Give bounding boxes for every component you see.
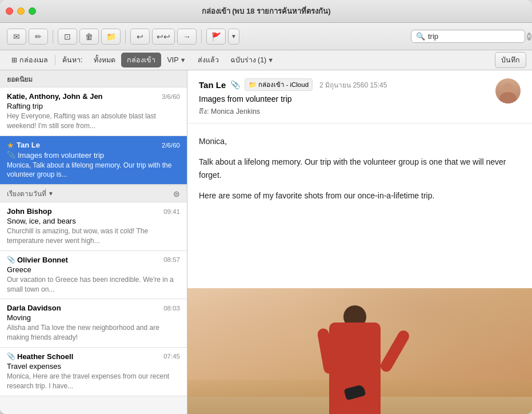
filter-icon[interactable]: ⊜ bbox=[173, 189, 180, 198]
trash-icon: 🗑 bbox=[85, 32, 93, 41]
sort-label[interactable]: เรียงตามวันที่ ▼ bbox=[7, 188, 54, 199]
nav-filter-sent[interactable]: ส่งแล้ว bbox=[192, 53, 225, 67]
sort-chevron-icon: ▼ bbox=[48, 190, 54, 197]
email-viewer: Tan Le 📎 📁 กล่องเข้า - iCloud 2 มิถุนายน… bbox=[187, 70, 532, 414]
reply-icon: ↩ bbox=[137, 32, 143, 41]
email-subject-6: Travel expenses bbox=[7, 362, 180, 371]
flag-button[interactable]: 🚩 bbox=[206, 29, 226, 45]
section-header-popular: ยอดนิยม bbox=[0, 70, 187, 87]
email-body: Monica, Talk about a lifelong memory. Ou… bbox=[187, 124, 532, 288]
window-title: กล่องเข้า (พบ 18 รายการค้นหาที่ตรงกัน) bbox=[202, 5, 331, 17]
grid-icon: ⊞ bbox=[11, 56, 17, 64]
minimize-button[interactable] bbox=[17, 7, 25, 15]
nav-search-label: ค้นหา: bbox=[57, 53, 88, 67]
toolbar: ✉ ✏ ⊡ 🗑 📁 ↩ ↩↩ → 🚩 ▼ bbox=[0, 23, 532, 50]
email-subject-5: Moving bbox=[7, 313, 180, 322]
nav-separator-1 bbox=[55, 55, 55, 65]
flag-icon: 🚩 bbox=[211, 32, 221, 41]
email-date-5: 08:03 bbox=[163, 305, 180, 312]
nav-filter-vip[interactable]: VIP ▼ bbox=[161, 54, 191, 66]
detail-subject: Images from volunteer trip bbox=[199, 94, 490, 104]
email-greeting: Monica, bbox=[199, 135, 521, 148]
email-item-3[interactable]: John Bishop 09:41 Snow, ice, and bears C… bbox=[0, 202, 187, 251]
chevron-down-icon: ▼ bbox=[231, 33, 237, 39]
search-input[interactable] bbox=[428, 32, 524, 41]
nav-mailbox-button[interactable]: ⊞ กล่องเมล bbox=[6, 53, 54, 67]
move-button[interactable]: 📁 bbox=[101, 29, 121, 45]
reply-button[interactable]: ↩ bbox=[130, 29, 150, 45]
image-person bbox=[329, 323, 381, 414]
compose-button[interactable]: ✉ bbox=[7, 29, 26, 45]
attachment-icon-6: 📎 bbox=[7, 352, 15, 360]
email-preview-6: Monica, Here are the travel expenses fro… bbox=[7, 372, 180, 391]
email-subject-1: Rafting trip bbox=[7, 102, 180, 110]
sender-info: Tan Le 📎 📁 กล่องเข้า - iCloud 2 มิถุนายน… bbox=[199, 78, 490, 117]
email-item-6[interactable]: 📎 Heather Schoell 07:45 Travel expenses … bbox=[0, 348, 187, 396]
email-item-5[interactable]: Darla Davidson 08:03 Moving Alisha and T… bbox=[0, 299, 187, 348]
email-date-2: 2/6/60 bbox=[162, 142, 180, 149]
search-clear-button[interactable]: ✕ bbox=[527, 33, 531, 41]
flag-dropdown-button[interactable]: ▼ bbox=[228, 29, 239, 45]
email-header-top: Tan Le 📎 📁 กล่องเข้า - iCloud 2 มิถุนายน… bbox=[199, 78, 521, 117]
toolbar-separator-3 bbox=[201, 30, 202, 43]
reply-all-icon: ↩↩ bbox=[157, 32, 170, 41]
email-preview-1: Hey Everyone, Rafting was an absolute bl… bbox=[7, 112, 180, 131]
detail-attachment-icon: 📎 bbox=[230, 80, 240, 89]
email-detail-header: Tan Le 📎 📁 กล่องเข้า - iCloud 2 มิถุนายน… bbox=[187, 70, 532, 124]
search-box[interactable]: 🔍 ✕ bbox=[411, 30, 525, 43]
nav-filter-drafts[interactable]: ฉบับร่าง (1) ▼ bbox=[225, 53, 280, 67]
email-date-1: 3/6/60 bbox=[162, 93, 180, 100]
archive-button[interactable]: ⊡ bbox=[58, 29, 77, 45]
email-header-1: Katie, Anthony, John & Jen 3/6/60 bbox=[7, 92, 180, 101]
search-icon: 🔍 bbox=[416, 32, 425, 41]
email-preview-2: Monica, Talk about a lifelong memory. Ou… bbox=[7, 161, 180, 180]
save-button[interactable]: บันทึก bbox=[495, 52, 526, 68]
email-preview-3: Churchill is amazing, but wow, was it co… bbox=[7, 226, 180, 246]
edit-icon: ✏ bbox=[35, 32, 42, 41]
avatar bbox=[495, 78, 521, 104]
email-inline-image bbox=[187, 288, 532, 414]
email-date-4: 08:57 bbox=[163, 256, 180, 263]
email-sender-1: Katie, Anthony, John & Jen bbox=[7, 92, 103, 101]
drafts-chevron-icon: ▼ bbox=[267, 57, 274, 63]
email-item-1[interactable]: Katie, Anthony, John & Jen 3/6/60 Raftin… bbox=[0, 87, 187, 136]
email-sender-2: Tan Le bbox=[17, 141, 40, 149]
attachment-icon-4: 📎 bbox=[7, 256, 15, 264]
nav-filter-inbox[interactable]: กล่องเข้า bbox=[121, 53, 161, 67]
email-date-3: 09:41 bbox=[163, 208, 180, 215]
email-header-2: ★ Tan Le 2/6/60 bbox=[7, 141, 180, 150]
close-button[interactable] bbox=[6, 7, 13, 15]
detail-sender-name: Tan Le bbox=[199, 80, 226, 90]
email-subject-4: Greece bbox=[7, 265, 180, 274]
traffic-lights bbox=[6, 7, 36, 15]
email-header-4: 📎 Olivier Bonnet 08:57 bbox=[7, 256, 180, 264]
email-item-2[interactable]: ★ Tan Le 2/6/60 📎 Images from volunteer … bbox=[0, 136, 187, 185]
email-subject-3: Snow, ice, and bears bbox=[7, 217, 180, 225]
delete-button[interactable]: 🗑 bbox=[79, 29, 99, 45]
email-list: ยอดนิยม Katie, Anthony, John & Jen 3/6/6… bbox=[0, 70, 187, 414]
email-sender-4: Olivier Bonnet bbox=[17, 256, 68, 264]
sort-bar: เรียงตามวันที่ ▼ ⊜ bbox=[0, 185, 187, 202]
detail-to-row: ถึง: Monica Jenkins bbox=[199, 106, 490, 117]
archive-icon: ⊡ bbox=[64, 32, 71, 41]
nav-filter-all[interactable]: ทั้งหมด bbox=[88, 53, 121, 67]
email-date-6: 07:45 bbox=[163, 353, 180, 360]
vip-chevron-icon: ▼ bbox=[180, 57, 186, 63]
toolbar-separator-2 bbox=[125, 30, 126, 43]
email-body-paragraph-2: Here are some of my favorite shots from … bbox=[199, 189, 521, 202]
maximize-button[interactable] bbox=[29, 7, 36, 15]
toolbar-separator-1 bbox=[53, 30, 53, 43]
email-header-6: 📎 Heather Schoell 07:45 bbox=[7, 352, 180, 361]
main-content: ยอดนิยม Katie, Anthony, John & Jen 3/6/6… bbox=[0, 70, 532, 414]
email-sender-5: Darla Davidson bbox=[7, 304, 61, 312]
email-item-4[interactable]: 📎 Olivier Bonnet 08:57 Greece Our vacati… bbox=[0, 251, 187, 300]
reply-all-button[interactable]: ↩↩ bbox=[152, 29, 175, 45]
navbar: ⊞ กล่องเมล ค้นหา: ทั้งหมด กล่องเข้า VIP … bbox=[0, 50, 532, 70]
person-body bbox=[329, 323, 381, 414]
email-body-paragraph-1: Talk about a lifelong memory. Our trip w… bbox=[199, 156, 521, 181]
compose-edit-button[interactable]: ✏ bbox=[29, 29, 48, 45]
star-icon: ★ bbox=[7, 141, 14, 150]
forward-button[interactable]: → bbox=[177, 29, 197, 45]
email-subject-2: 📎 Images from volunteer trip bbox=[7, 151, 180, 160]
titlebar: กล่องเข้า (พบ 18 รายการค้นหาที่ตรงกัน) bbox=[0, 0, 532, 23]
